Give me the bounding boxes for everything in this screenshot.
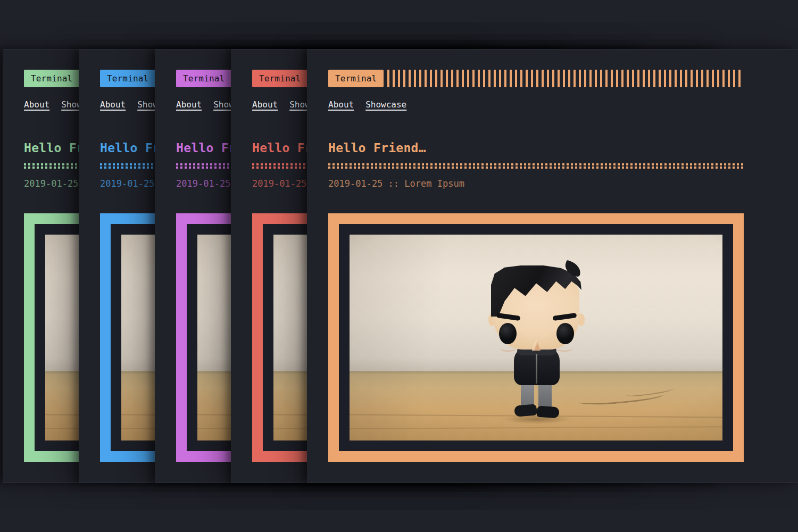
nav-link-about[interactable]: About xyxy=(328,99,354,110)
post-image-inner-frame xyxy=(339,224,733,451)
post-title: Hello Friend… xyxy=(328,140,426,156)
nav-link-about[interactable]: About xyxy=(252,99,278,110)
theme-showcase-stage: Terminal About Showcase Hello Friend… 20… xyxy=(0,0,798,532)
terminal-logo-badge[interactable]: Terminal xyxy=(328,70,384,87)
photo-vignette xyxy=(350,235,722,440)
funko-figure-photo xyxy=(350,235,722,440)
theme-panel-orange: Terminal About Showcase Hello Friend… 20… xyxy=(307,49,798,483)
nav-link-showcase[interactable]: Showcase xyxy=(365,99,406,110)
site-menu: About Showcase xyxy=(328,99,406,110)
post-image-frame xyxy=(328,213,744,462)
nav-link-about[interactable]: About xyxy=(100,99,126,110)
terminal-logo-badge[interactable]: Terminal xyxy=(252,70,307,87)
terminal-logo-badge[interactable]: Terminal xyxy=(24,70,79,87)
terminal-logo-badge[interactable]: Terminal xyxy=(100,70,155,87)
dotted-divider xyxy=(328,163,744,169)
header-stripes-decoration xyxy=(387,70,744,87)
nav-link-about[interactable]: About xyxy=(24,99,49,110)
nav-link-about[interactable]: About xyxy=(176,99,202,110)
terminal-logo-badge[interactable]: Terminal xyxy=(176,70,231,87)
post-meta: 2019-01-25 :: Lorem Ipsum xyxy=(328,177,464,190)
